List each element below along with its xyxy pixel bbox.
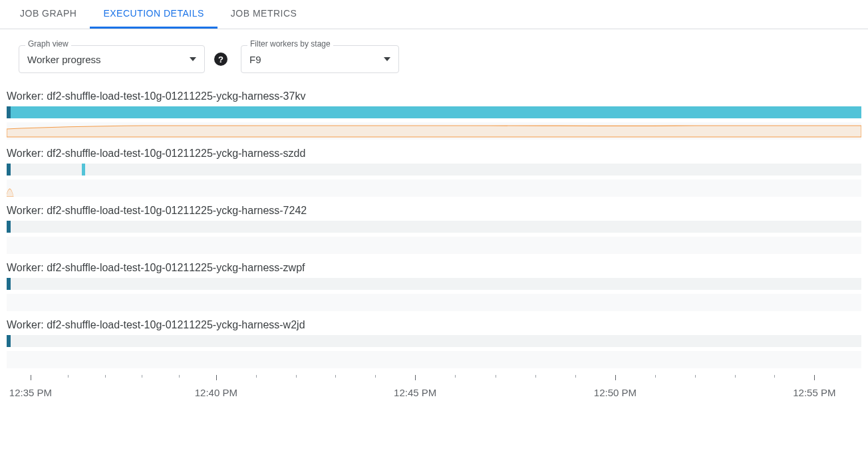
axis-tick-major: [814, 375, 815, 380]
axis-tick-minor: [142, 375, 142, 378]
chevron-down-icon: [384, 57, 390, 61]
worker-title: Worker: df2-shuffle-load-test-10g-012112…: [7, 144, 861, 164]
worker-title: Worker: df2-shuffle-load-test-10g-012112…: [7, 86, 861, 106]
progress-segment: [7, 335, 11, 347]
axis-tick-minor: [256, 375, 257, 378]
controls-row: Graph view Worker progress ? Filter work…: [0, 29, 868, 80]
axis-tick-minor: [695, 375, 696, 378]
axis-tick-label: 12:50 PM: [594, 387, 637, 398]
axis-tick-minor: [655, 375, 656, 378]
axis-tick-minor: [735, 375, 736, 378]
worker-title: Worker: df2-shuffle-load-test-10g-012112…: [7, 315, 861, 335]
workers-area: Worker: df2-shuffle-load-test-10g-012112…: [0, 80, 868, 368]
axis-tick-minor: [774, 375, 775, 378]
axis-tick-minor: [575, 375, 576, 378]
worker-block: Worker: df2-shuffle-load-test-10g-012112…: [7, 144, 861, 197]
progress-segment: [82, 164, 85, 176]
worker-cpu-chart[interactable]: [7, 351, 861, 368]
worker-cpu-chart[interactable]: [7, 122, 861, 140]
axis-tick-minor: [105, 375, 106, 378]
time-axis: 12:35 PM12:40 PM12:45 PM12:50 PM12:55 PM: [7, 375, 861, 408]
progress-segment: [7, 164, 11, 176]
axis-tick-label: 12:35 PM: [9, 387, 52, 398]
worker-cpu-chart[interactable]: [7, 294, 861, 311]
axis-tick-major: [415, 375, 416, 380]
graph-view-label: Graph view: [25, 39, 71, 49]
progress-segment: [11, 106, 861, 118]
tab-execution-details[interactable]: EXECUTION DETAILS: [90, 0, 217, 29]
filter-label: Filter workers by stage: [247, 39, 333, 49]
graph-view-field: Graph view Worker progress: [19, 45, 205, 73]
worker-progress-bar[interactable]: [7, 164, 861, 176]
chevron-down-icon: [190, 57, 196, 61]
worker-cpu-chart[interactable]: [7, 237, 861, 254]
axis-tick-major: [615, 375, 616, 380]
worker-block: Worker: df2-shuffle-load-test-10g-012112…: [7, 201, 861, 254]
worker-block: Worker: df2-shuffle-load-test-10g-012112…: [7, 86, 861, 140]
worker-progress-bar[interactable]: [7, 278, 861, 290]
help-icon[interactable]: ?: [214, 53, 227, 66]
filter-field: Filter workers by stage F9: [241, 45, 399, 73]
axis-tick-major: [31, 375, 31, 380]
graph-view-select[interactable]: Worker progress: [19, 45, 205, 73]
axis-tick-label: 12:55 PM: [793, 387, 835, 398]
tabs-bar: JOB GRAPHEXECUTION DETAILSJOB METRICS: [0, 0, 868, 29]
worker-progress-bar[interactable]: [7, 106, 861, 118]
axis-tick-label: 12:40 PM: [195, 387, 237, 398]
tab-job-metrics[interactable]: JOB METRICS: [217, 0, 311, 29]
graph-view-value: Worker progress: [27, 54, 101, 65]
axis-tick-major: [216, 375, 217, 380]
axis-tick-minor: [335, 375, 336, 378]
axis-tick-minor: [296, 375, 297, 378]
filter-value: F9: [249, 54, 261, 65]
axis-tick-minor: [375, 375, 376, 378]
worker-block: Worker: df2-shuffle-load-test-10g-012112…: [7, 315, 861, 368]
filter-select[interactable]: F9: [241, 45, 399, 73]
worker-cpu-chart[interactable]: [7, 179, 861, 197]
progress-segment: [7, 278, 11, 290]
axis-tick-label: 12:45 PM: [394, 387, 436, 398]
tab-job-graph[interactable]: JOB GRAPH: [7, 0, 90, 29]
axis-tick-minor: [179, 375, 180, 378]
axis-tick-minor: [68, 375, 69, 378]
worker-title: Worker: df2-shuffle-load-test-10g-012112…: [7, 258, 861, 278]
progress-segment: [7, 221, 11, 233]
worker-title: Worker: df2-shuffle-load-test-10g-012112…: [7, 201, 861, 221]
axis-tick-minor: [455, 375, 456, 378]
worker-progress-bar[interactable]: [7, 221, 861, 233]
axis-tick-minor: [496, 375, 496, 378]
worker-progress-bar[interactable]: [7, 335, 861, 347]
worker-block: Worker: df2-shuffle-load-test-10g-012112…: [7, 258, 861, 311]
axis-tick-minor: [535, 375, 536, 378]
